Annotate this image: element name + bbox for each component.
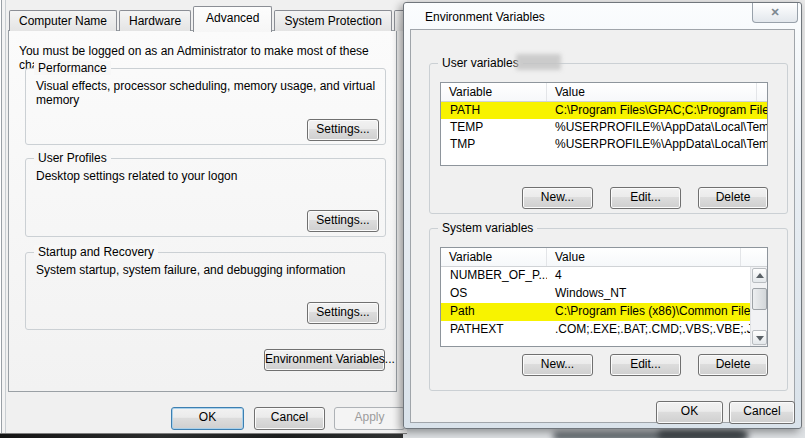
dialog-title: Environment Variables xyxy=(425,10,545,24)
dialog-client-area: User variables Variable Value PATH C:\Pr… xyxy=(410,29,795,423)
system-properties-dialog: Computer Name Hardware Advanced System P… xyxy=(0,0,407,434)
tab-advanced[interactable]: Advanced xyxy=(193,6,272,32)
table-header: Variable Value xyxy=(441,248,767,267)
environment-variables-button[interactable]: Environment Variables... xyxy=(264,349,385,371)
user-variables-table: Variable Value PATH C:\Program Files\GPA… xyxy=(440,82,768,166)
system-variables-group: System variables Variable Value NUMBER_O… xyxy=(429,228,788,391)
group-performance-description: Visual effects, processor scheduling, me… xyxy=(36,79,376,107)
tab-strip: Computer Name Hardware Advanced System P… xyxy=(9,8,458,31)
group-user-profiles: User Profiles Desktop settings related t… xyxy=(25,158,386,237)
startup-settings-button[interactable]: Settings... xyxy=(307,302,379,324)
user-edit-button[interactable]: Edit... xyxy=(610,187,681,209)
system-edit-button[interactable]: Edit... xyxy=(610,354,681,376)
column-header-value[interactable]: Value xyxy=(547,83,757,101)
close-icon: ✕ xyxy=(770,6,779,18)
performance-settings-button[interactable]: Settings... xyxy=(307,119,379,141)
apply-button[interactable]: Apply xyxy=(334,407,405,430)
table-row-temp[interactable]: TEMP %USERPROFILE%\AppData\Local\Temp xyxy=(441,119,767,136)
table-row-tmp[interactable]: TMP %USERPROFILE%\AppData\Local\Temp xyxy=(441,136,767,153)
cancel-button[interactable]: Cancel xyxy=(254,407,325,430)
ok-button[interactable]: OK xyxy=(656,401,723,424)
redacted-username-blur xyxy=(516,54,561,70)
ok-button[interactable]: OK xyxy=(171,407,244,430)
user-new-button[interactable]: New... xyxy=(522,187,593,209)
user-variables-title: User variables xyxy=(438,56,523,70)
tab-computer-name[interactable]: Computer Name xyxy=(9,10,117,31)
window-left-border xyxy=(0,0,7,433)
group-performance-title: Performance xyxy=(34,61,111,75)
group-user-profiles-description: Desktop settings related to your logon xyxy=(36,169,376,183)
system-delete-button[interactable]: Delete xyxy=(698,354,768,376)
table-row-path[interactable]: PATH C:\Program Files\GPAC;C:\Program Fi… xyxy=(441,102,767,119)
down-arrow-icon xyxy=(756,336,764,341)
up-arrow-icon xyxy=(756,273,764,278)
scroll-thumb[interactable] xyxy=(752,288,767,310)
table-row-pathext[interactable]: PATHEXT .COM;.EXE;.BAT;.CMD;.VBS;.VBE;.J… xyxy=(441,321,767,339)
tab-hardware[interactable]: Hardware xyxy=(119,10,191,31)
scrollbar[interactable] xyxy=(750,267,767,346)
advanced-tab-page: You must be logged on as an Administrato… xyxy=(8,30,397,392)
table-row-os[interactable]: OS Windows_NT xyxy=(441,285,767,303)
group-startup-recovery: Startup and Recovery System startup, sys… xyxy=(25,252,386,330)
tab-system-protection[interactable]: System Protection xyxy=(274,10,391,31)
scroll-down-button[interactable] xyxy=(752,330,767,345)
environment-variables-dialog: Environment Variables ✕ User variables V… xyxy=(403,2,802,429)
close-button[interactable]: ✕ xyxy=(752,3,798,23)
system-variables-title: System variables xyxy=(438,221,537,235)
background-blur xyxy=(658,431,748,438)
column-header-value[interactable]: Value xyxy=(547,248,741,266)
column-header-variable[interactable]: Variable xyxy=(441,248,547,266)
system-new-button[interactable]: New... xyxy=(522,354,593,376)
cancel-button[interactable]: Cancel xyxy=(729,401,795,424)
user-variables-group: User variables Variable Value PATH C:\Pr… xyxy=(429,63,788,214)
group-startup-recovery-description: System startup, system failure, and debu… xyxy=(36,263,376,277)
column-header-variable[interactable]: Variable xyxy=(441,83,547,101)
system-variables-table: Variable Value NUMBER_OF_P... 4 OS Windo… xyxy=(440,247,768,347)
table-row-number-of-processors[interactable]: NUMBER_OF_P... 4 xyxy=(441,267,767,285)
user-profiles-settings-button[interactable]: Settings... xyxy=(307,210,379,232)
scroll-up-button[interactable] xyxy=(752,268,767,283)
table-row-path[interactable]: Path C:\Program Files (x86)\Common Files… xyxy=(441,303,767,321)
group-user-profiles-title: User Profiles xyxy=(34,151,111,165)
table-header: Variable Value xyxy=(441,83,767,102)
group-startup-recovery-title: Startup and Recovery xyxy=(34,245,158,259)
group-performance: Performance Visual effects, processor sc… xyxy=(25,68,386,145)
user-delete-button[interactable]: Delete xyxy=(698,187,768,209)
